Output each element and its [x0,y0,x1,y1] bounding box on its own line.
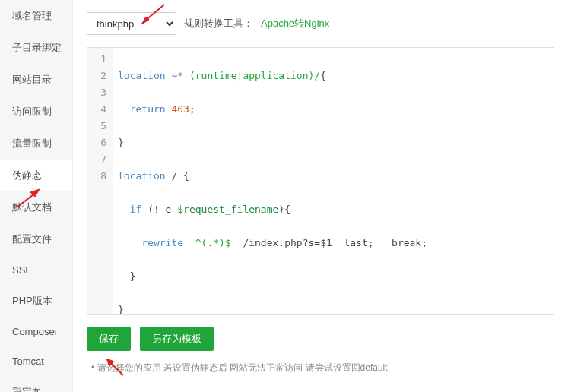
sidebar-item-domain[interactable]: 域名管理 [0,0,72,32]
code-line: if (!-e $request_filename){ [118,201,547,218]
sidebar-item-label: PHP版本 [12,295,52,306]
sidebar-item-label: Tomcat [12,356,44,367]
sidebar-item-label: SSL [12,264,31,276]
top-row: thinkphp 规则转换工具： Apache转Nginx [87,12,554,35]
sidebar-item-tomcat[interactable]: Tomcat [0,346,72,376]
rewrite-template-select[interactable]: thinkphp [87,12,176,35]
code-line: location ~* (runtime|application)/{ [118,68,547,84]
editor-content[interactable]: location ~* (runtime|application)/{ retu… [113,48,554,314]
sidebar-item-traffic[interactable]: 流量限制 [0,128,72,160]
code-line: } [118,302,547,314]
sidebar-item-label: 重定向 [12,386,42,392]
code-line: return 403; [118,101,547,118]
sidebar-item-redirect[interactable]: 重定向 [0,376,72,392]
sidebar-item-php[interactable]: PHP版本 [0,285,72,317]
line-number: 7 [87,151,106,168]
editor-gutter: 1 2 3 4 5 6 7 8 [87,48,113,314]
sidebar-item-composer[interactable]: Composer [0,317,72,346]
sidebar-item-label: 访问限制 [12,106,52,117]
usage-hint: 请选择您的应用 若设置伪静态后 网站无法正常访问 请尝试设置回default [87,362,554,375]
sidebar-item-config[interactable]: 配置文件 [0,223,72,255]
sidebar-item-defaultdoc[interactable]: 默认文档 [0,191,72,223]
line-number: 5 [87,118,106,134]
line-number: 3 [87,84,106,101]
line-number: 1 [87,51,106,68]
code-editor[interactable]: 1 2 3 4 5 6 7 8 location ~* (runtime|app… [87,47,554,315]
line-number: 8 [87,168,106,185]
sidebar-item-rewrite[interactable]: 伪静态 [0,160,72,191]
convert-label: 规则转换工具： [184,17,253,30]
main: thinkphp 规则转换工具： Apache转Nginx 1 2 3 4 5 … [73,0,568,392]
code-line: } [118,134,547,151]
sidebar-item-label: 流量限制 [12,138,52,149]
sidebar-item-ssl[interactable]: SSL [0,255,72,285]
code-line: } [118,268,547,285]
line-number: 4 [87,101,106,118]
sidebar-item-access[interactable]: 访问限制 [0,96,72,128]
button-row: 保存 另存为模板 [87,327,554,351]
sidebar-item-label: 伪静态 [12,169,42,181]
save-button[interactable]: 保存 [87,327,131,351]
sidebar-item-label: 默认文档 [12,201,52,213]
sidebar-item-label: 网站目录 [12,74,52,85]
save-as-template-button[interactable]: 另存为模板 [140,327,214,351]
layout: 域名管理 子目录绑定 网站目录 访问限制 流量限制 伪静态 默认文档 配置文件 … [0,0,568,392]
sidebar: 域名管理 子目录绑定 网站目录 访问限制 流量限制 伪静态 默认文档 配置文件 … [0,0,73,392]
sidebar-item-label: 子目录绑定 [12,42,62,53]
sidebar-item-label: 配置文件 [12,233,52,245]
sidebar-item-subdir[interactable]: 子目录绑定 [0,32,72,64]
code-line: location / { [118,168,547,185]
code-line: rewrite ^(.*)$ /index.php?s=$1 last; bre… [118,235,547,251]
sidebar-item-sitedir[interactable]: 网站目录 [0,64,72,96]
sidebar-item-label: Composer [12,326,58,337]
line-number: 6 [87,134,106,151]
line-number: 2 [87,68,106,84]
sidebar-item-label: 域名管理 [12,10,52,21]
convert-link-apache-to-nginx[interactable]: Apache转Nginx [261,17,329,30]
